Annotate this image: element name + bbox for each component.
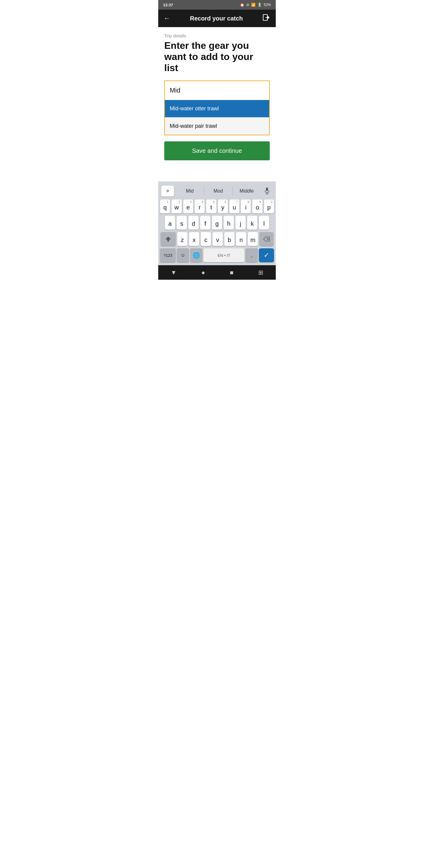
save-continue-button[interactable]: Save and continue <box>164 141 270 160</box>
suggestion-1[interactable]: Mid <box>176 187 204 195</box>
main-content: Trip details Enter the gear you want to … <box>158 27 276 169</box>
alarm-icon: ⏰ <box>240 3 244 7</box>
section-label: Trip details <box>164 33 270 38</box>
bottom-nav: ▼ ● ■ ⊞ <box>158 265 276 280</box>
key-v[interactable]: v <box>213 232 223 246</box>
key-w[interactable]: 2w <box>172 199 181 213</box>
emoji-button[interactable]: ☺ <box>177 248 189 262</box>
key-x[interactable]: x <box>189 232 199 246</box>
globe-button[interactable]: 🌐 <box>190 248 202 262</box>
key-t[interactable]: 5t <box>206 199 216 213</box>
key-o[interactable]: 9o <box>252 199 262 213</box>
page-heading: Enter the gear you want to add to your l… <box>164 40 270 73</box>
key-s[interactable]: s <box>177 216 187 230</box>
key-a[interactable]: a <box>165 216 175 230</box>
block-icon: ⊘ <box>246 3 249 7</box>
key-m[interactable]: m <box>248 232 258 246</box>
battery-icon: 🔋 <box>257 3 262 7</box>
enter-button[interactable]: ✓ <box>259 248 274 262</box>
dropdown-option-1[interactable]: Mid-water otter trawl <box>165 100 269 117</box>
key-g[interactable]: g <box>212 216 222 230</box>
keyboard-rows: 1q 2w 3e 4r 5t 6y 7u 8i 9o 0p a s d f g … <box>159 199 275 264</box>
key-l[interactable]: l <box>259 216 269 230</box>
gear-search-input[interactable] <box>165 81 269 100</box>
key-row-2: a s d f g h j k l <box>160 216 274 230</box>
nav-grid-button[interactable]: ⊞ <box>252 268 270 277</box>
period-key[interactable]: . <box>246 248 258 262</box>
mic-button[interactable] <box>261 186 273 196</box>
suggestion-2[interactable]: Mod <box>204 187 232 195</box>
key-row-1: 1q 2w 3e 4r 5t 6y 7u 8i 9o 0p <box>160 199 274 213</box>
suggestion-3[interactable]: Middle <box>233 187 261 195</box>
shift-button[interactable] <box>161 232 176 246</box>
key-u[interactable]: 7u <box>229 199 239 213</box>
logout-button[interactable] <box>262 13 270 23</box>
status-icons: ⏰ ⊘ 📶 🔋 52% <box>240 3 271 7</box>
nav-bar: ← Record your catch <box>158 10 276 27</box>
key-d[interactable]: d <box>188 216 198 230</box>
key-r[interactable]: 4r <box>195 199 205 213</box>
space-key[interactable]: EN • IT <box>204 248 244 262</box>
gear-input-container: Mid-water otter trawl Mid-water pair tra… <box>164 81 270 135</box>
expand-suggestions-button[interactable]: > <box>161 186 174 196</box>
nav-back-button[interactable]: ▼ <box>164 268 183 277</box>
key-row-4: ?123 ☺ 🌐 EN • IT . ✓ <box>160 248 274 264</box>
key-b[interactable]: b <box>224 232 235 246</box>
signal-icon: 📶 <box>251 3 255 7</box>
key-n[interactable]: n <box>236 232 246 246</box>
nav-square-button[interactable]: ■ <box>224 268 240 277</box>
key-y[interactable]: 6y <box>218 199 228 213</box>
autocomplete-suggestions: Mid Mod Middle <box>176 187 261 195</box>
back-button[interactable]: ← <box>164 14 170 22</box>
key-h[interactable]: h <box>224 216 234 230</box>
autocomplete-bar: > Mid Mod Middle <box>159 184 275 198</box>
key-p[interactable]: 0p <box>264 199 274 213</box>
svg-rect-1 <box>266 188 268 191</box>
status-time: 13:37 <box>163 3 173 7</box>
key-q[interactable]: 1q <box>160 199 170 213</box>
key-i[interactable]: 8i <box>241 199 251 213</box>
key-k[interactable]: k <box>247 216 257 230</box>
backspace-button[interactable] <box>259 232 273 246</box>
key-f[interactable]: f <box>200 216 210 230</box>
nav-title: Record your catch <box>190 15 243 22</box>
keyboard: > Mid Mod Middle 1q 2w 3e 4r 5t 6y 7u 8 <box>158 181 276 265</box>
key-j[interactable]: j <box>236 216 246 230</box>
status-bar: 13:37 ⏰ ⊘ 📶 🔋 52% <box>158 0 276 10</box>
dropdown-option-2[interactable]: Mid-water pair trawl <box>165 117 269 135</box>
key-c[interactable]: c <box>201 232 211 246</box>
expand-icon: > <box>166 188 169 194</box>
battery-percent: 52% <box>264 3 271 7</box>
numbers-button[interactable]: ?123 <box>160 248 176 262</box>
nav-home-button[interactable]: ● <box>195 268 211 277</box>
key-row-3: z x c v b n m <box>160 232 274 246</box>
key-e[interactable]: 3e <box>183 199 193 213</box>
key-z[interactable]: z <box>177 232 187 246</box>
